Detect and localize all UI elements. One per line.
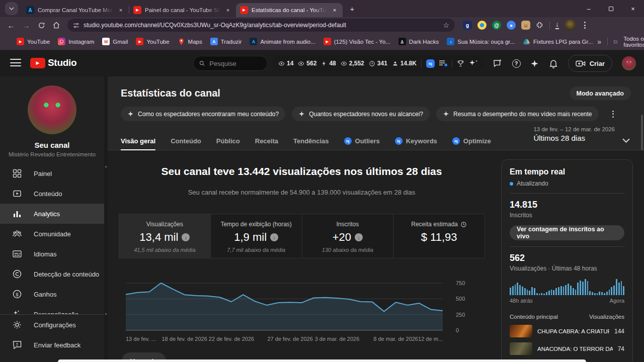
tab-keywords[interactable]: iqKeywords: [395, 132, 437, 150]
address-bar[interactable]: studio.youtube.com/channel/UCQv0Xzbs3UWu…: [67, 19, 455, 32]
sidebar-item-personalizacao[interactable]: Personalização: [0, 304, 104, 314]
insight-chip[interactable]: Quantos espectadores novos eu alcancei?: [292, 107, 430, 121]
insight-chip[interactable]: Como os espectadores encontraram meu con…: [121, 107, 285, 121]
create-button[interactable]: Criar: [568, 55, 612, 72]
tab-conteudo[interactable]: Conteúdo: [171, 132, 201, 150]
site-info-icon[interactable]: [73, 22, 79, 29]
sidebar-item-ganhos[interactable]: $Ganhos: [0, 284, 104, 304]
tab-tendencias[interactable]: Tendências: [293, 132, 329, 150]
bookmark-item-youtube[interactable]: ▶YouTube: [13, 36, 53, 47]
browser-tab[interactable]: ▶Painel do canal - YouTube Stud×: [129, 3, 236, 17]
tab-close-icon[interactable]: ×: [331, 6, 339, 14]
bookmark-item-gmail[interactable]: MGmail: [99, 36, 131, 47]
feedback-messages-icon[interactable]: [492, 58, 503, 68]
tab-close-icon[interactable]: ×: [117, 6, 125, 14]
bookmark-item-instagram[interactable]: Instagram: [54, 36, 98, 47]
metric-card-visualizacoes[interactable]: Visualizações13,4 mil↓41,5 mil abaixo da…: [119, 214, 210, 258]
new-tab-button[interactable]: +: [346, 2, 359, 15]
advanced-mode-button[interactable]: Modo avançado: [570, 86, 631, 100]
insight-chip[interactable]: Resuma o desempenho do meu vídeo mais re…: [436, 107, 599, 121]
sparkle-plus-icon[interactable]: +: [469, 59, 478, 68]
sidebar-item-label: Ganhos: [34, 291, 57, 298]
sparkle-icon[interactable]: [530, 59, 539, 68]
video-row[interactable]: ANACONDA: O TERROR DA S...74: [510, 342, 624, 355]
browser-profile-avatar[interactable]: [565, 20, 576, 31]
camera-plus-icon: [576, 60, 586, 67]
forward-button[interactable]: →: [19, 19, 33, 32]
vidiq-icon[interactable]: iq: [426, 59, 435, 68]
channel-avatar-header[interactable]: [622, 56, 636, 70]
minimize-button[interactable]: –: [578, 0, 600, 17]
bookmark-item-youtube[interactable]: ▶YouTube: [132, 36, 173, 47]
reload-button[interactable]: [34, 19, 48, 32]
back-button[interactable]: ←: [4, 19, 18, 32]
tab-search-button[interactable]: [5, 2, 18, 15]
green-at-extension-icon[interactable]: @: [492, 21, 501, 30]
bookmark-item-dark-hacks[interactable]: ♙Dark Hacks: [395, 36, 442, 47]
metric-card-inscritos[interactable]: Inscritos+20↓130 abaixo da média: [302, 214, 393, 258]
channel-avatar[interactable]: [28, 85, 76, 134]
studio-search[interactable]: [193, 56, 268, 71]
menu-icon[interactable]: [10, 59, 21, 69]
tab-publico[interactable]: Público: [216, 132, 240, 150]
bookmark-item-maps[interactable]: Maps: [174, 36, 206, 47]
realtime-bar: [527, 290, 528, 295]
tab-receita[interactable]: Receita: [255, 132, 278, 150]
search-input[interactable]: [209, 60, 262, 67]
bookmark-item-animate-from-audio[interactable]: AAnimate from audio...: [246, 36, 318, 47]
blue-swirl-extension-icon[interactable]: g: [463, 21, 472, 30]
bookmarks-overflow-icon[interactable]: »: [597, 38, 601, 46]
chips-menu-icon[interactable]: [609, 110, 617, 119]
y-axis-label: 0: [456, 327, 474, 333]
tab-visao-geral[interactable]: Visão geral: [121, 132, 155, 150]
browser-menu-icon[interactable]: [581, 21, 589, 30]
video-row[interactable]: CHUPA CABRA: A CRIATUR...144: [510, 325, 624, 337]
sidebar-item-deteccao-de-conteudo[interactable]: Detecção de conteúdo: [0, 264, 104, 284]
tab-outliers[interactable]: iqOutliers: [344, 132, 380, 150]
tab-close-icon[interactable]: ×: [224, 6, 232, 14]
date-range-picker[interactable]: 13 de fev. – 12 de mar. de 2026 Últimos …: [533, 126, 615, 142]
bookmark-star-icon[interactable]: ☆: [443, 21, 449, 29]
help-icon[interactable]: ?: [512, 59, 521, 68]
bookmark-label: YouTube: [27, 39, 50, 45]
home-button[interactable]: [49, 19, 63, 32]
vidiq-stat: 341: [369, 60, 387, 67]
realtime-bar-chart[interactable]: [510, 278, 624, 295]
close-button[interactable]: ×: [622, 0, 644, 17]
metric-card-tempo-de-exibicao-horas[interactable]: Tempo de exibição (horas)1,9 mil↓7,7 mil…: [210, 214, 302, 258]
notifications-bell-icon[interactable]: [548, 58, 558, 68]
tab-optimize[interactable]: iqOptimize: [452, 132, 491, 150]
downloads-icon[interactable]: ↓: [555, 21, 559, 29]
browser-tab[interactable]: ▶Estatísticas do canal - YouTube×: [236, 3, 343, 17]
sidebar-item-comunidade[interactable]: Comunidade: [0, 224, 104, 244]
y-axis-label: 500: [456, 296, 474, 302]
metric-card-receita-estimada[interactable]: Receita estimada$ 11,93: [393, 214, 485, 258]
youtube-studio-logo[interactable]: ▶ Studio: [30, 57, 76, 68]
bookmark-item-fixtures-lpg-para-gr[interactable]: Fixtures LPG para Gr...: [519, 36, 596, 47]
sidebar-item-configuracoes[interactable]: Configurações: [0, 315, 104, 335]
sidebar-item-conteudo[interactable]: Conteúdo: [0, 184, 104, 204]
sidebar-item-idiomas[interactable]: Idiomas: [0, 244, 104, 264]
maximize-button[interactable]: [600, 0, 622, 17]
live-count-button[interactable]: Ver contagem de inscritos ao vivo: [510, 225, 624, 240]
views-column-label: Visualizações: [589, 314, 624, 320]
tan-portrait-extension-icon[interactable]: ☺: [521, 21, 530, 30]
chevron-down-icon[interactable]: [622, 136, 630, 145]
all-favorites-label[interactable]: Todos os favoritos: [623, 36, 644, 48]
sidebar-item-analytics[interactable]: Analytics: [0, 204, 104, 224]
tab-title: Estatísticas do canal - YouTube: [252, 7, 327, 13]
bookmark-item-traduzir[interactable]: ATraduzir: [207, 36, 246, 47]
bookmark-item-125-visao-tec-yo[interactable]: ▶(125) Visão Tec - Yo...: [320, 36, 394, 47]
trophy-icon[interactable]: [457, 60, 464, 67]
sidebar-item-painel[interactable]: Painel: [0, 163, 104, 184]
playlist-icon[interactable]: [439, 60, 447, 67]
extensions-puzzle-icon[interactable]: [535, 21, 544, 30]
yellow-blue-extension-icon[interactable]: [477, 21, 487, 30]
views-line-chart[interactable]: [119, 271, 451, 334]
sidebar-scrollbar[interactable]: ▲▼: [104, 76, 108, 362]
blue-circle-extension-icon[interactable]: ●: [507, 21, 516, 30]
browser-tab[interactable]: AComprar Canal YouTube Mone×: [22, 3, 129, 17]
bookmark-item-sua-musica-ouca-gr[interactable]: ♪Sua Música: ouça gr...: [443, 36, 518, 47]
metric-label-text: Inscritos: [337, 221, 359, 228]
sidebar-item-enviar-feedback[interactable]: Enviar feedback: [0, 335, 104, 355]
